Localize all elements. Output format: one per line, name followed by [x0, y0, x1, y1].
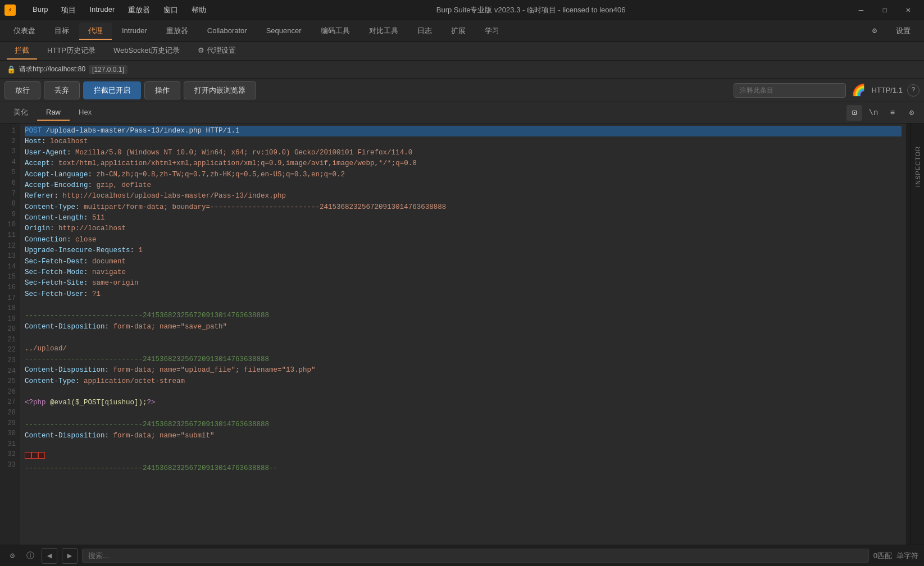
subtab-intercept[interactable]: 拦截: [7, 43, 37, 60]
tab-target[interactable]: 目标: [45, 22, 78, 39]
code-line-3: User-Agent: Mozilla/5.0 (Windows NT 10.0…: [25, 148, 902, 158]
line-number-10: 10: [4, 220, 16, 230]
forward-button[interactable]: 放行: [4, 81, 40, 99]
menu-repeater[interactable]: 重放器: [122, 3, 156, 17]
bottom-settings-icon[interactable]: ⚙: [6, 549, 19, 563]
intercept-toggle-button[interactable]: 拦截已开启: [83, 81, 141, 99]
vertical-scrollbar[interactable]: [906, 124, 911, 545]
menu-intruder[interactable]: Intruder: [84, 3, 120, 17]
code-line-20: [25, 332, 902, 343]
code-line-32: ----------------------------241536823256…: [25, 463, 902, 474]
search-input[interactable]: [82, 549, 869, 563]
code-line-14: Sec-Fetch-Mode: navigate: [25, 267, 902, 278]
code-line-27: [25, 409, 902, 419]
url-bar: 🔒 请求http://localhost:80 [127.0.0.1]: [0, 61, 924, 79]
titlebar: ⚡ Burp 项目 Intruder 重放器 窗口 帮助 Burp Suite专…: [0, 0, 924, 20]
line-number-18: 18: [4, 303, 16, 314]
code-line-10: Origin: http://localhost: [25, 223, 902, 234]
forward-nav-button[interactable]: ▶: [62, 548, 78, 564]
close-button[interactable]: ✕: [897, 2, 920, 18]
tab-repeater[interactable]: 重放器: [157, 22, 197, 39]
tab-sequencer[interactable]: Sequencer: [257, 23, 311, 38]
code-line-22: ----------------------------241536823256…: [25, 354, 902, 365]
menu-window[interactable]: 窗口: [158, 3, 184, 17]
editor-settings-icon[interactable]: ⚙: [904, 105, 920, 121]
newline-icon[interactable]: \n: [866, 105, 881, 121]
window-title: Burp Suite专业版 v2023.3 - 临时项目 - licensed …: [223, 5, 839, 15]
paragraph-icon[interactable]: ⊡: [846, 105, 862, 121]
settings-label[interactable]: 设置: [887, 22, 920, 39]
menu-help[interactable]: 帮助: [186, 3, 212, 17]
line-number-24: 24: [4, 366, 16, 377]
line-number-20: 20: [4, 324, 16, 335]
menu-lines-icon[interactable]: ≡: [885, 105, 900, 121]
subtab-http-history[interactable]: HTTP历史记录: [39, 43, 103, 60]
tab-comparer[interactable]: 对比工具: [360, 22, 407, 39]
bottom-info-icon[interactable]: ⓘ: [24, 549, 37, 563]
action-button[interactable]: 操作: [144, 81, 180, 99]
editor-icons: ⊡ \n ≡ ⚙: [846, 105, 920, 121]
code-content-area[interactable]: POST /upload-labs-master/Pass-13/index.p…: [20, 124, 906, 545]
code-line-7: Referer: http://localhost/upload-labs-ma…: [25, 191, 902, 202]
line-number-19: 19: [4, 314, 16, 325]
window-controls: — ☐ ✕: [850, 2, 920, 18]
tab-intruder[interactable]: Intruder: [113, 23, 156, 38]
tab-hex[interactable]: Hex: [70, 104, 101, 121]
code-line-21: ../upload/: [25, 344, 902, 354]
tab-collaborator[interactable]: Collaborator: [198, 23, 256, 38]
line-number-21: 21: [4, 335, 16, 345]
line-number-1: 1: [4, 126, 16, 136]
line-number-27: 27: [4, 397, 16, 408]
code-line-23: Content-Disposition: form-data; name="up…: [25, 365, 902, 376]
line-number-22: 22: [4, 345, 16, 355]
line-number-26: 26: [4, 387, 16, 398]
code-line-19: Content-Disposition: form-data; name="sa…: [25, 322, 902, 332]
tab-encoder[interactable]: 编码工具: [312, 22, 359, 39]
comment-input[interactable]: [734, 83, 846, 98]
line-number-12: 12: [4, 241, 16, 252]
menu-bar: Burp 项目 Intruder 重放器 窗口 帮助: [27, 3, 212, 17]
menu-burp[interactable]: Burp: [27, 3, 53, 17]
subtab-websocket-history[interactable]: WebSocket历史记录: [106, 43, 188, 60]
http-version-label: HTTP/1.1: [871, 86, 903, 94]
menu-project[interactable]: 项目: [56, 3, 81, 17]
line-number-25: 25: [4, 376, 16, 387]
back-button[interactable]: ◀: [42, 548, 57, 564]
bottom-bar: ⚙ ⓘ ◀ ▶ 0匹配 单字符: [0, 545, 924, 566]
settings-icon[interactable]: ⚙: [867, 23, 882, 39]
code-line-18: ----------------------------241536823256…: [25, 311, 902, 321]
tab-learn[interactable]: 学习: [476, 22, 508, 39]
line-number-32: 32: [4, 449, 16, 460]
code-line-16: Sec-Fetch-User: ?1: [25, 289, 902, 300]
drop-button[interactable]: 丢弃: [44, 81, 80, 99]
request-toolbar: 放行 丢弃 拦截已开启 操作 打开内嵌浏览器 🌈 HTTP/1.1 ?: [0, 79, 924, 102]
code-line-12: Upgrade-Insecure-Requests: 1: [25, 245, 902, 256]
code-line-29: Content-Disposition: form-data; name="su…: [25, 431, 902, 441]
match-count: 0匹配: [873, 551, 892, 561]
minimize-button[interactable]: —: [850, 2, 872, 18]
code-editor: 1234567891011121314151617181920212223242…: [0, 124, 924, 545]
tab-extensions[interactable]: 扩展: [442, 22, 475, 39]
code-line-28: ----------------------------241536823256…: [25, 419, 902, 430]
rainbow-icon: 🌈: [852, 83, 866, 97]
lock-icon: 🔒: [7, 65, 16, 74]
app-icon: ⚡: [4, 4, 16, 16]
tab-raw[interactable]: Raw: [37, 104, 70, 121]
inspector-panel: INSPECTOR: [911, 124, 924, 545]
code-line-2: Host: localhost: [25, 136, 902, 147]
line-number-29: 29: [4, 418, 16, 429]
inspector-label: INSPECTOR: [914, 146, 921, 187]
tab-dashboard[interactable]: 仪表盘: [4, 22, 44, 39]
tab-proxy[interactable]: 代理: [79, 22, 112, 39]
tab-logger[interactable]: 日志: [408, 22, 441, 39]
line-number-28: 28: [4, 408, 16, 418]
line-number-15: 15: [4, 272, 16, 282]
help-icon[interactable]: ?: [907, 84, 920, 97]
open-browser-button[interactable]: 打开内嵌浏览器: [184, 81, 256, 99]
line-number-16: 16: [4, 282, 16, 293]
code-line-31: [25, 452, 902, 463]
maximize-button[interactable]: ☐: [873, 2, 896, 18]
format-tabs-bar: 美化 Raw Hex ⊡ \n ≡ ⚙: [0, 102, 924, 124]
subtab-proxy-settings[interactable]: ⚙ 代理设置: [190, 43, 244, 60]
tab-beautify[interactable]: 美化: [4, 104, 37, 122]
